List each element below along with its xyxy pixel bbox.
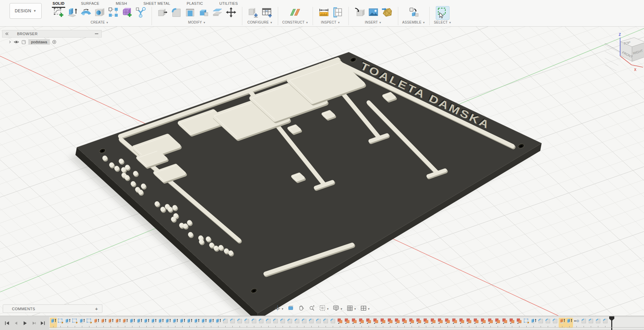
go-to-end-button[interactable] xyxy=(39,319,46,327)
timeline-feature-sketch[interactable] xyxy=(86,318,93,328)
timeline-feature-combine[interactable] xyxy=(466,318,473,328)
grid-settings-button[interactable]: ▼ xyxy=(346,304,357,314)
body-name-label[interactable]: podstawa xyxy=(28,39,50,45)
timeline-feature-combine[interactable] xyxy=(351,318,358,328)
timeline-feature-combine[interactable] xyxy=(394,318,401,328)
look-at-button[interactable] xyxy=(287,304,295,314)
timeline-feature-fillet[interactable] xyxy=(229,318,236,328)
measure-button[interactable] xyxy=(317,6,331,20)
timeline-feature-extrude[interactable] xyxy=(164,318,172,328)
timeline-feature-sketch[interactable] xyxy=(71,318,78,328)
construction-plane-button[interactable] xyxy=(288,6,302,20)
timeline-feature-fillet[interactable] xyxy=(222,318,229,328)
timeline-feature-fillet[interactable] xyxy=(279,318,286,328)
timeline-feature-fillet[interactable] xyxy=(301,318,308,328)
group-label-modify[interactable]: MODIFY ▼ xyxy=(188,20,206,24)
timeline-feature-combine[interactable] xyxy=(365,318,372,328)
timeline-feature-extrude[interactable] xyxy=(530,318,537,328)
workspace-selector[interactable]: DESIGN ▼ xyxy=(10,3,42,19)
group-label-construct[interactable]: CONSTRUCT ▼ xyxy=(282,20,309,24)
comments-panel[interactable]: COMMENTS + xyxy=(3,304,102,313)
timeline-feature-extrude-orange[interactable] xyxy=(114,318,121,328)
timeline-feature-fillet[interactable] xyxy=(294,318,301,328)
fit-button[interactable]: ▼ xyxy=(319,304,330,314)
group-label-configure[interactable]: CONFIGURE ▼ xyxy=(247,20,273,24)
browser-item-podstawa[interactable]: podstawa xyxy=(2,38,102,46)
timeline-feature-combine[interactable] xyxy=(408,318,415,328)
derive-button[interactable] xyxy=(134,6,147,20)
configuration-table-button[interactable] xyxy=(260,6,274,20)
timeline-feature-extrude-orange[interactable] xyxy=(121,318,129,328)
minimize-panel-icon[interactable] xyxy=(95,33,98,34)
extrude-button[interactable] xyxy=(66,6,79,20)
timeline-feature-extrude[interactable] xyxy=(150,318,157,328)
raised-plate[interactable] xyxy=(289,126,300,132)
component-body-icon[interactable] xyxy=(21,40,26,45)
timeline-feature-extrude[interactable] xyxy=(157,318,164,328)
move-copy-button[interactable] xyxy=(224,6,238,20)
create-sketch-button[interactable] xyxy=(52,6,66,20)
timeline-feature-combine[interactable] xyxy=(451,318,458,328)
timeline-feature-combine[interactable] xyxy=(372,318,380,328)
go-to-start-button[interactable] xyxy=(3,319,11,327)
scene-canvas[interactable]: TOALETA DAMSKA TOALETA DAMSKA xyxy=(0,0,644,330)
collapse-panel-icon[interactable] xyxy=(5,32,9,36)
shell-button[interactable] xyxy=(183,6,197,20)
pan-button[interactable] xyxy=(298,304,306,314)
timeline-feature-fillet[interactable] xyxy=(315,318,322,328)
timeline-feature-combine[interactable] xyxy=(358,318,365,328)
viewports-button[interactable]: ▼ xyxy=(359,304,371,314)
timeline-feature-chamfer[interactable] xyxy=(587,318,595,328)
timeline-feature-extrude[interactable] xyxy=(566,318,573,328)
revolve-button[interactable] xyxy=(79,6,93,20)
expand-chevron-icon[interactable] xyxy=(8,40,12,44)
group-label-inspect[interactable]: INSPECT ▼ xyxy=(321,20,340,24)
orbit-button[interactable]: ▼ xyxy=(273,304,285,314)
press-pull-button[interactable] xyxy=(156,6,170,20)
timeline-feature-fillet[interactable] xyxy=(272,318,279,328)
play-button[interactable] xyxy=(21,319,29,327)
timeline-feature-fillet[interactable] xyxy=(552,318,559,328)
timeline-feature-extrude-orange[interactable] xyxy=(559,318,566,328)
zoom-button[interactable] xyxy=(308,304,316,314)
timeline-feature-combine[interactable] xyxy=(494,318,501,328)
split-body-button[interactable] xyxy=(211,6,224,20)
timeline-feature-offset[interactable] xyxy=(573,318,580,328)
viewport-3d[interactable]: TOALETA DAMSKA TOALETA DAMSKA TOP FRONT … xyxy=(0,0,644,330)
timeline-feature-fillet[interactable] xyxy=(537,318,544,328)
timeline-feature-fillet[interactable] xyxy=(258,318,265,328)
raised-plate[interactable] xyxy=(384,94,395,99)
timeline-feature-combine[interactable] xyxy=(387,318,394,328)
display-settings-button[interactable]: ▼ xyxy=(332,304,344,314)
timeline-feature-extrude[interactable] xyxy=(50,318,57,328)
fillet-button[interactable] xyxy=(170,6,183,20)
timeline-feature-extrude[interactable] xyxy=(129,318,136,328)
raised-plate[interactable] xyxy=(323,112,334,117)
group-label-create[interactable]: CREATE ▼ xyxy=(91,20,109,24)
timeline-feature-combine[interactable] xyxy=(337,318,344,328)
timeline-feature-combine[interactable] xyxy=(380,318,387,328)
activate-component-icon[interactable] xyxy=(52,40,57,44)
timeline-feature-combine[interactable] xyxy=(344,318,351,328)
group-label-assemble[interactable]: ASSEMBLE ▼ xyxy=(402,20,426,24)
timeline-feature-combine[interactable] xyxy=(487,318,494,328)
configure-button[interactable] xyxy=(246,6,260,20)
timeline-feature-extrude[interactable] xyxy=(193,318,200,328)
group-label-select[interactable]: SELECT ▼ xyxy=(434,20,452,24)
timeline-feature-extrude[interactable] xyxy=(143,318,150,328)
timeline-feature-chamfer[interactable] xyxy=(595,318,602,328)
timeline-feature-extrude[interactable] xyxy=(136,318,143,328)
timeline-feature-fillet[interactable] xyxy=(286,318,294,328)
timeline-feature-chamfer[interactable] xyxy=(580,318,587,328)
timeline-feature-fillet[interactable] xyxy=(236,318,243,328)
rectangular-pattern-button[interactable] xyxy=(106,6,120,20)
timeline-feature-combine[interactable] xyxy=(480,318,487,328)
insert-derive-button[interactable] xyxy=(353,6,367,20)
timeline-feature-fillet[interactable] xyxy=(251,318,258,328)
timeline-feature-extrude[interactable] xyxy=(200,318,207,328)
timeline-feature-fillet[interactable] xyxy=(322,318,329,328)
timeline-feature-extrude[interactable] xyxy=(179,318,186,328)
section-analysis-button[interactable] xyxy=(331,6,344,20)
timeline-feature-combine[interactable] xyxy=(509,318,516,328)
timeline-feature-fillet[interactable] xyxy=(243,318,251,328)
